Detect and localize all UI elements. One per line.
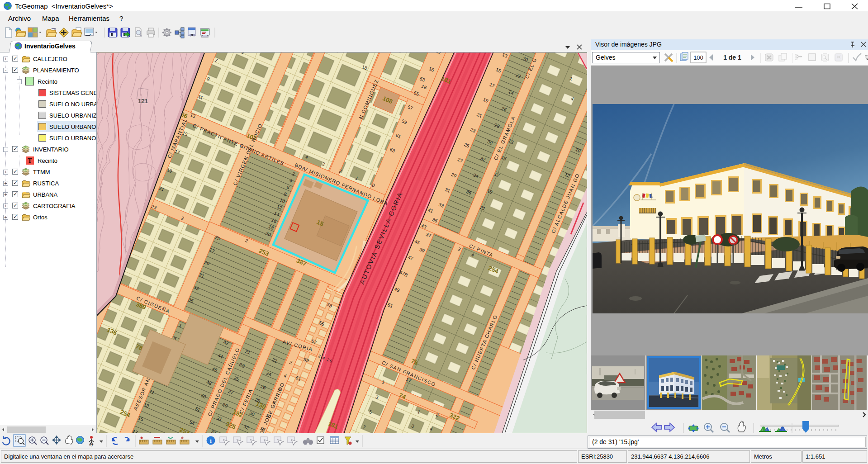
svg-text:121: 121 xyxy=(138,98,148,104)
svg-text:1 de 1: 1 de 1 xyxy=(723,54,741,61)
svg-text:xy: xy xyxy=(89,442,93,446)
svg-text:i: i xyxy=(210,437,212,444)
svg-text:T: T xyxy=(28,157,32,164)
svg-text:100: 100 xyxy=(693,54,703,61)
